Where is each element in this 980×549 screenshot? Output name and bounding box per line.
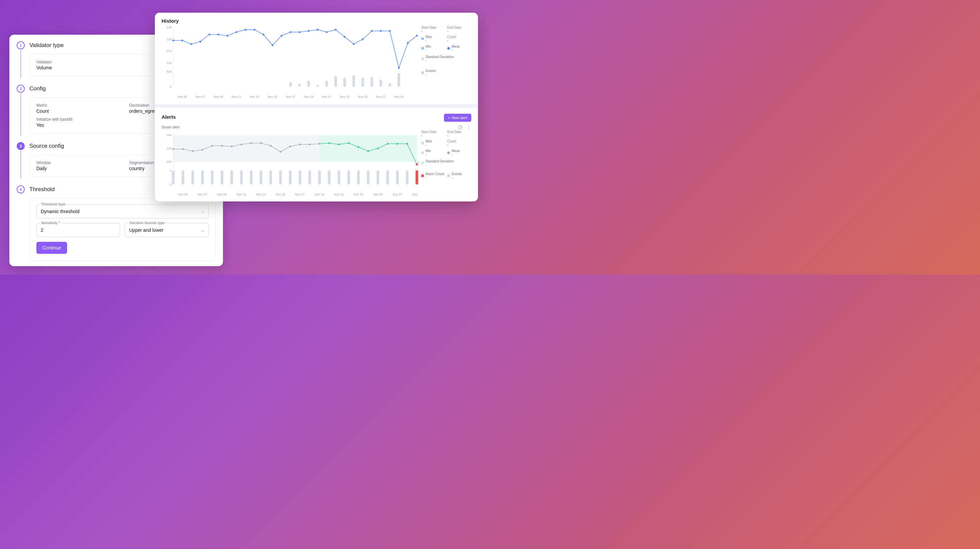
decision-bounds-value: Upper and lower	[129, 227, 164, 233]
smart-alert-label: Smart alert	[162, 125, 180, 129]
svg-rect-43	[353, 75, 355, 87]
svg-text:120: 120	[167, 147, 172, 150]
svg-rect-125	[415, 170, 418, 184]
svg-point-96	[416, 163, 418, 165]
svg-point-68	[172, 148, 174, 150]
svg-rect-122	[386, 170, 389, 184]
svg-text:Nov 07: Nov 07	[196, 95, 205, 98]
svg-text:Nov 07: Nov 07	[197, 193, 207, 196]
svg-rect-103	[201, 170, 204, 184]
svg-point-92	[406, 143, 408, 145]
more-icon[interactable]: ⋮	[466, 124, 471, 130]
svg-point-14	[254, 29, 256, 31]
svg-text:Nov 09: Nov 09	[217, 193, 227, 196]
svg-text:Nov 09: Nov 09	[214, 95, 223, 98]
svg-point-87	[358, 146, 360, 148]
sensitivity-input[interactable]	[37, 223, 120, 237]
svg-point-20	[308, 30, 310, 32]
svg-text:Nov 19: Nov 19	[315, 193, 325, 196]
svg-point-5	[172, 40, 174, 41]
svg-rect-120	[367, 170, 369, 184]
svg-rect-121	[377, 170, 379, 184]
svg-point-69	[182, 148, 184, 150]
svg-rect-118	[347, 170, 350, 184]
svg-point-78	[270, 145, 272, 147]
clock-icon[interactable]: ◷	[458, 124, 463, 130]
panel-divider	[155, 105, 478, 108]
step-connector	[21, 50, 21, 78]
step-badge-2: 2	[17, 85, 25, 93]
svg-rect-123	[396, 170, 399, 184]
svg-point-17	[281, 35, 283, 37]
svg-point-76	[250, 142, 252, 144]
new-alert-button[interactable]: + New alert	[444, 114, 471, 122]
svg-text:140: 140	[167, 133, 172, 137]
svg-text:110: 110	[167, 49, 172, 53]
svg-text:0: 0	[170, 85, 172, 88]
svg-point-6	[181, 40, 183, 41]
svg-text:Nov 19: Nov 19	[304, 95, 313, 98]
alerts-chart: 10012014010Nov 05Nov 07Nov 09Nov 11Nov 1…	[162, 130, 418, 198]
svg-text:Nov 17: Nov 17	[295, 193, 305, 196]
svg-rect-114	[309, 170, 311, 184]
svg-point-8	[199, 41, 201, 43]
svg-rect-109	[260, 170, 262, 184]
svg-rect-38	[307, 81, 310, 87]
continue-button[interactable]: Continue	[37, 242, 67, 254]
svg-point-72	[211, 145, 213, 147]
threshold-type-select[interactable]: Dynamic threshold ⌄	[37, 205, 208, 219]
history-legend: Start Date- End Date- Max- Count- Min- M…	[421, 26, 471, 100]
svg-point-91	[396, 143, 399, 145]
svg-point-16	[272, 44, 274, 46]
svg-point-7	[190, 43, 192, 45]
svg-text:Nov 13: Nov 13	[250, 95, 259, 98]
svg-point-19	[299, 31, 301, 33]
svg-point-88	[367, 150, 369, 152]
svg-point-81	[299, 143, 301, 145]
step-badge-1: 1	[17, 41, 25, 49]
step-badge-3: 3	[17, 142, 25, 150]
svg-text:100: 100	[167, 61, 172, 65]
svg-rect-41	[334, 76, 337, 87]
svg-rect-42	[344, 78, 346, 87]
svg-text:Nov 21: Nov 21	[322, 95, 331, 98]
svg-text:Nov 29: Nov 29	[412, 193, 418, 196]
svg-text:Nov 05: Nov 05	[178, 193, 188, 196]
svg-point-32	[416, 35, 418, 37]
svg-point-89	[377, 148, 379, 149]
svg-text:Nov 23: Nov 23	[340, 95, 350, 98]
svg-point-23	[335, 29, 337, 31]
svg-text:Nov 21: Nov 21	[334, 193, 344, 196]
svg-point-28	[380, 30, 382, 32]
svg-text:500: 500	[167, 70, 172, 73]
svg-point-77	[260, 142, 262, 144]
svg-rect-48	[398, 73, 400, 87]
history-panel: History 1001101201305000Nov 05Nov 07Nov …	[155, 13, 478, 103]
svg-rect-104	[211, 170, 214, 184]
svg-point-70	[192, 150, 194, 152]
svg-point-31	[407, 42, 409, 44]
svg-text:Nov 15: Nov 15	[276, 193, 285, 196]
label-metric: Metric	[37, 103, 116, 108]
svg-rect-106	[230, 170, 233, 184]
svg-point-82	[309, 143, 311, 145]
svg-rect-62	[173, 135, 320, 162]
history-title: History	[162, 18, 471, 24]
svg-rect-117	[337, 170, 340, 184]
svg-rect-46	[380, 79, 382, 87]
charts-card: History 1001101201305000Nov 05Nov 07Nov …	[155, 13, 478, 202]
new-alert-label: New alert	[452, 116, 467, 120]
decision-bounds-select[interactable]: Upper and lower ⌄	[125, 223, 208, 237]
svg-point-90	[387, 143, 389, 145]
svg-point-75	[241, 143, 243, 145]
step-badge-4: 4	[17, 186, 25, 194]
svg-rect-63	[320, 135, 417, 162]
label-sensitivity: Sensitivity *	[40, 221, 61, 225]
svg-point-74	[231, 145, 233, 148]
svg-rect-119	[357, 170, 360, 184]
alerts-title: Alerts	[162, 114, 176, 120]
step-connector	[21, 94, 21, 135]
svg-rect-115	[318, 170, 321, 184]
svg-rect-105	[221, 170, 223, 184]
label-decision-bounds: Decision bounds type	[128, 221, 166, 225]
